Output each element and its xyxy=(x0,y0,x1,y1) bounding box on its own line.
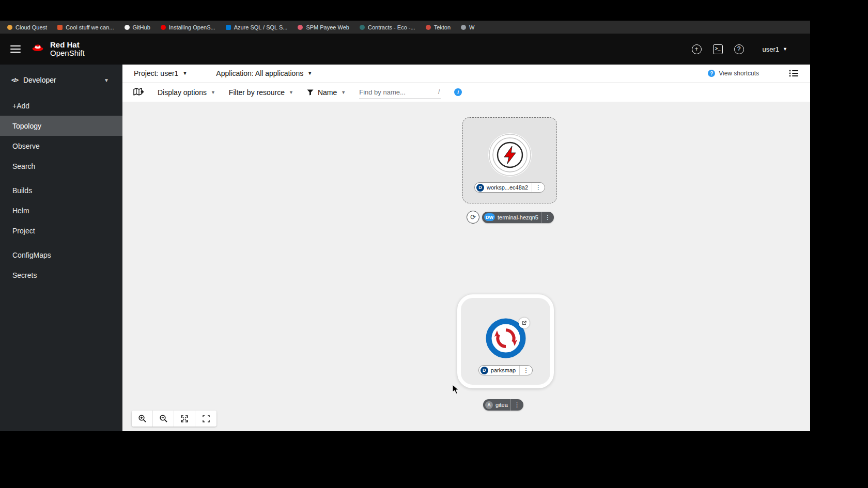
list-view-toggle[interactable] xyxy=(789,69,799,77)
add-plus-icon[interactable]: + xyxy=(692,44,702,54)
filter-funnel-icon xyxy=(307,89,314,96)
bookmark-cool-stuff[interactable]: Cool stuff we can... xyxy=(57,24,114,30)
find-by-name-field: / xyxy=(359,86,441,99)
bookmark-github[interactable]: GitHub xyxy=(125,24,150,30)
sidebar-item-observe[interactable]: Observe xyxy=(0,136,122,156)
sidebar-item-configmaps[interactable]: ConfigMaps xyxy=(0,245,122,265)
name-filter-label: Name xyxy=(318,88,337,97)
topology-toolbar: Display options ▼ Filter by resource ▼ N… xyxy=(122,83,810,102)
workspace-label-text: worksp...ec48a2 xyxy=(487,184,529,191)
display-options-dropdown[interactable]: Display options ▼ xyxy=(158,88,215,97)
bookmark-label: Installing OpenS... xyxy=(169,24,215,30)
redhat-openshift-logo[interactable]: Red Hat OpenShift xyxy=(30,41,85,58)
context-bar: Project: user1 ▼ Application: All applic… xyxy=(122,65,810,83)
tekton-favicon-icon xyxy=(426,25,431,30)
zoom-in-icon xyxy=(138,414,147,423)
find-by-name-input[interactable] xyxy=(359,88,436,96)
bookmark-spm-payee[interactable]: SPM Payee Web xyxy=(298,24,349,30)
sidebar-item-add[interactable]: +Add xyxy=(0,96,122,116)
quick-search-map-icon[interactable] xyxy=(133,87,144,97)
slash-shortcut-hint: / xyxy=(438,88,441,96)
chevron-down-icon: ▼ xyxy=(289,90,293,95)
devworkspace-decorator-icon[interactable]: ⟳ xyxy=(467,211,479,224)
browser-window: Cloud Quest Cool stuff we can... GitHub … xyxy=(0,21,810,431)
github-favicon-icon xyxy=(125,25,130,30)
project-dropdown[interactable]: Project: user1 ▼ xyxy=(134,69,187,77)
contracts-favicon-icon xyxy=(360,25,365,30)
sidebar-nav: +Add Topology Observe Search Builds Helm… xyxy=(0,96,122,285)
sidebar-item-topology[interactable]: Topology xyxy=(0,116,122,136)
azure-favicon-icon xyxy=(226,25,231,30)
view-shortcuts-label: View shortcuts xyxy=(719,70,759,77)
filter-by-resource-label: Filter by resource xyxy=(229,88,285,97)
terminal-pill[interactable]: DW terminal-hezqn5 ⋮ xyxy=(482,212,554,223)
name-filter-dropdown[interactable]: Name ▼ xyxy=(307,88,346,97)
bookmark-installing-openshift[interactable]: Installing OpenS... xyxy=(161,24,215,30)
topology-canvas[interactable]: D worksp...ec48a2 ⋮ ⟳ DW terminal-hezqn5… xyxy=(122,102,810,431)
sidebar-item-builds[interactable]: Builds xyxy=(0,180,122,200)
zoom-in-button[interactable] xyxy=(132,411,153,427)
deployment-badge: D xyxy=(481,367,488,374)
question-circle-icon: ? xyxy=(708,70,715,77)
perspective-switcher[interactable]: </> Developer ▼ xyxy=(0,69,122,91)
list-view-icon xyxy=(789,69,799,77)
parksmap-node-label[interactable]: D parksmap ⋮ xyxy=(478,365,533,375)
parksmap-label-text: parksmap xyxy=(491,367,517,373)
brand-line1: Red Hat xyxy=(50,41,85,50)
zoom-out-icon xyxy=(159,414,168,423)
developer-code-icon: </> xyxy=(11,77,18,83)
gitea-pill-row: A gitea ⋮ xyxy=(483,399,523,411)
application-dropdown[interactable]: Application: All applications ▼ xyxy=(216,69,312,77)
bookmark-label: Azure SQL / SQL S... xyxy=(234,24,288,30)
gitea-label-text: gitea xyxy=(495,402,508,408)
bookmark-contracts[interactable]: Contracts - Eco -... xyxy=(360,24,415,30)
help-icon[interactable]: ? xyxy=(734,44,744,54)
masthead-toolbar: + >_ ? user1 ▼ xyxy=(692,34,810,65)
masthead: Red Hat OpenShift + >_ ? user1 ▼ xyxy=(0,34,810,65)
zoom-out-button[interactable] xyxy=(153,411,174,427)
sidebar-item-secrets[interactable]: Secrets xyxy=(0,265,122,285)
bookmark-label: Tekton xyxy=(434,24,451,30)
kebab-menu-icon[interactable]: ⋮ xyxy=(532,183,545,192)
bookmark-label: Cloud Quest xyxy=(16,24,47,30)
kebab-menu-icon[interactable]: ⋮ xyxy=(541,212,554,223)
hamburger-menu-icon[interactable] xyxy=(10,45,21,53)
gitea-pill[interactable]: A gitea ⋮ xyxy=(483,399,523,411)
bookmark-label: SPM Payee Web xyxy=(306,24,349,30)
chevron-down-icon: ▼ xyxy=(307,71,312,76)
redhat-fedora-icon xyxy=(30,41,45,57)
bookmark-w[interactable]: W xyxy=(461,24,474,30)
open-url-decorator[interactable] xyxy=(519,318,530,328)
fullscreen-button[interactable] xyxy=(195,411,216,427)
deployment-badge: D xyxy=(476,184,484,192)
view-shortcuts-link[interactable]: ? View shortcuts xyxy=(708,70,759,77)
fullscreen-icon xyxy=(202,415,210,423)
external-link-icon xyxy=(521,320,527,326)
workspace-node[interactable]: D worksp...ec48a2 ⋮ xyxy=(462,117,557,203)
project-dropdown-label: Project: user1 xyxy=(134,69,178,77)
fit-to-screen-button[interactable] xyxy=(174,411,195,427)
parksmap-node[interactable]: D parksmap ⋮ xyxy=(457,294,554,388)
canvas-controls xyxy=(132,411,216,427)
globe-favicon-icon xyxy=(461,25,466,30)
bookmark-label: Contracts - Eco -... xyxy=(368,24,415,30)
web-terminal-icon[interactable]: >_ xyxy=(713,44,723,54)
application-badge: A xyxy=(485,401,493,409)
bookmark-azure-sql[interactable]: Azure SQL / SQL S... xyxy=(226,24,288,30)
sidebar-item-project[interactable]: Project xyxy=(0,221,122,241)
perspective-label: Developer xyxy=(23,76,56,84)
kebab-menu-icon[interactable]: ⋮ xyxy=(510,399,523,411)
workspace-node-label[interactable]: D worksp...ec48a2 ⋮ xyxy=(474,182,545,193)
openshift-favicon-icon xyxy=(161,25,166,30)
terminal-pill-row: ⟳ DW terminal-hezqn5 ⋮ xyxy=(467,211,554,224)
user-menu[interactable]: user1 ▼ xyxy=(763,45,787,53)
sidebar-item-search[interactable]: Search xyxy=(0,156,122,176)
info-icon[interactable]: i xyxy=(454,88,462,96)
cool-stuff-favicon-icon xyxy=(57,25,63,30)
bookmark-cloud-quest[interactable]: Cloud Quest xyxy=(7,24,47,30)
kebab-menu-icon[interactable]: ⋮ xyxy=(519,366,532,375)
bookmark-tekton[interactable]: Tekton xyxy=(426,24,451,30)
sidebar-item-helm[interactable]: Helm xyxy=(0,200,122,221)
filter-by-resource-dropdown[interactable]: Filter by resource ▼ xyxy=(229,88,293,97)
brand-line2: OpenShift xyxy=(50,49,85,58)
